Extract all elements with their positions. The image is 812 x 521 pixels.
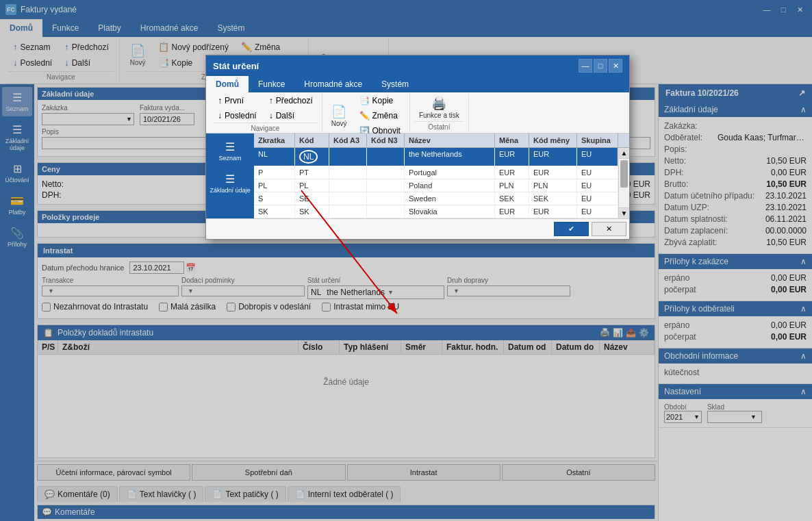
modal-bottom-buttons: ✔ ✕ <box>206 218 629 239</box>
modal-kopie-btn[interactable]: 📑 Kopie <box>355 94 405 107</box>
cell-mena-s: SEK <box>495 192 529 205</box>
modal-seznam-icon: ☰ <box>225 140 235 153</box>
table-row-sk[interactable]: SK SK Slovakia EUR EUR EU <box>254 205 618 218</box>
cell-kod-p: PT <box>295 166 329 179</box>
cell-koda3-nl <box>329 148 367 166</box>
modal-sidebar-seznam[interactable]: ☰ Seznam <box>208 136 252 166</box>
cell-skupina-nl: EU <box>577 148 618 166</box>
scroll-thumb[interactable] <box>620 160 628 188</box>
modal-overlay[interactable]: Stát určení — □ ✕ Domů Funkce Hromadné a… <box>0 0 812 521</box>
modal-close-btn[interactable]: ✕ <box>609 59 622 73</box>
cell-kodmeny-s: SEK <box>529 192 577 205</box>
modal-maximize-btn[interactable]: □ <box>594 59 607 73</box>
modal-scrollbar: ▲ ▼ <box>618 148 629 218</box>
modal-minimize-btn[interactable]: — <box>579 59 592 73</box>
table-row-pl[interactable]: PL PL Poland PLN PLN EU <box>254 179 618 192</box>
cell-kod-s: SE <box>295 192 329 205</box>
table-row-p[interactable]: P PT Portugal EUR EUR EU <box>254 166 618 179</box>
modal-zaznam-buttons: 📄 Nový 📑 Kopie ✏️ Změna 🔄 <box>327 94 405 138</box>
scroll-up-btn[interactable]: ▲ <box>619 148 629 159</box>
cell-mena-pl: PLN <box>495 179 529 192</box>
modal-cancel-btn[interactable]: ✕ <box>592 222 626 236</box>
cell-nazev-sk: Slovakia <box>405 205 495 218</box>
scroll-space <box>618 134 629 147</box>
modal-novy-icon: 📄 <box>331 104 346 119</box>
modal-ribbon-nav-group: ↑ První ↓ Poslední ↑ Předchozí <box>209 94 322 131</box>
modal-prev-icon: ↑ <box>269 96 273 105</box>
modal-ribbon-tabs: Domů Funkce Hromadné akce Systém <box>206 76 629 92</box>
modal-zmena-btn[interactable]: ✏️ Změna <box>355 109 405 123</box>
cell-koda3-s <box>329 192 367 205</box>
cell-koda3-pl <box>329 179 367 192</box>
cell-nazev-s: Sweden <box>405 192 495 205</box>
modal-next-btn[interactable]: ↓ Další <box>264 109 318 123</box>
cell-zkratka-sk: SK <box>254 205 295 218</box>
cell-zkratka-pl: PL <box>254 179 295 192</box>
cell-kodn3-p <box>367 166 405 179</box>
scroll-track <box>619 159 629 207</box>
modal-ribbon-content: ↑ První ↓ Poslední ↑ Předchozí <box>206 92 629 134</box>
cell-kodmeny-nl: EUR <box>529 148 577 166</box>
cell-kodn3-pl <box>367 179 405 192</box>
cell-kodmeny-sk: EUR <box>529 205 577 218</box>
col-header-mena[interactable]: Měna <box>495 134 529 147</box>
modal-tisk-icon: 🖨️ <box>431 96 446 111</box>
modal-ostatni-buttons: 🖨️ Funkce a tisk <box>414 94 464 121</box>
cell-koda3-p <box>329 166 367 179</box>
cell-mena-sk: EUR <box>495 205 529 218</box>
table-row-s[interactable]: S SE Sweden SEK SEK EU <box>254 192 618 205</box>
cell-skupina-pl: EU <box>577 179 618 192</box>
modal-nav-buttons: ↑ První ↓ Poslední ↑ Předchozí <box>213 94 318 123</box>
modal-tab-domu[interactable]: Domů <box>206 76 249 92</box>
cell-mena-p: EUR <box>495 166 529 179</box>
cell-kod-nl: NL <box>295 148 329 166</box>
modal-tab-hromadne-akce[interactable]: Hromadné akce <box>294 76 372 92</box>
modal-tab-funkce[interactable]: Funkce <box>249 76 294 92</box>
modal-sidebar-zakladni[interactable]: ☰ Základní údaje <box>208 168 252 198</box>
modal-table-area: Zkratka Kód Kód A3 Kód N3 Název Měna Kód… <box>254 134 629 218</box>
table-row-nl[interactable]: NL NL the Netherlands EUR EUR EU <box>254 148 618 166</box>
modal-tab-system[interactable]: Systém <box>372 76 418 92</box>
cell-kod-sk: SK <box>295 205 329 218</box>
col-header-kodn3[interactable]: Kód N3 <box>367 134 405 147</box>
modal-ribbon-zaznam-group: 📄 Nový 📑 Kopie ✏️ Změna 🔄 <box>322 94 410 131</box>
modal-first-btn[interactable]: ↑ První <box>213 94 262 107</box>
col-header-skupina[interactable]: Skupina <box>577 134 618 147</box>
cell-kod-pl: PL <box>295 179 329 192</box>
cell-nazev-p: Portugal <box>405 166 495 179</box>
cell-kodmeny-p: EUR <box>529 166 577 179</box>
cell-zkratka-p: P <box>254 166 295 179</box>
modal-funkce-tisk-btn[interactable]: 🖨️ Funkce a tisk <box>414 94 464 121</box>
cell-zkratka-s: S <box>254 192 295 205</box>
modal-title-controls: — □ ✕ <box>579 59 622 73</box>
modal-zakladni-icon: ☰ <box>225 173 235 186</box>
cell-kodn3-sk <box>367 205 405 218</box>
col-header-zkratka[interactable]: Zkratka <box>254 134 295 147</box>
modal-confirm-btn[interactable]: ✔ <box>554 222 589 236</box>
modal-nav-label: Navigace <box>213 123 318 134</box>
cell-kodn3-nl <box>367 148 405 166</box>
modal-ribbon-ostatni-group: 🖨️ Funkce a tisk Ostatní <box>410 94 469 131</box>
cell-kodmeny-pl: PLN <box>529 179 577 192</box>
cell-koda3-sk <box>329 205 367 218</box>
modal-novy-btn[interactable]: 📄 Nový <box>327 102 352 129</box>
modal-table-headers: Zkratka Kód Kód A3 Kód N3 Název Měna Kód… <box>254 134 629 148</box>
col-header-kod[interactable]: Kód <box>295 134 329 147</box>
table-and-scroll: NL NL the Netherlands EUR EUR EU P <box>254 148 629 218</box>
modal-next-icon: ↓ <box>269 111 273 120</box>
cell-skupina-sk: EU <box>577 205 618 218</box>
modal-first-icon: ↑ <box>218 96 222 105</box>
cell-skupina-s: EU <box>577 192 618 205</box>
table-rows: NL NL the Netherlands EUR EUR EU P <box>254 148 618 218</box>
cell-kodn3-s <box>367 192 405 205</box>
modal-prev-btn[interactable]: ↑ Předchozí <box>264 94 318 107</box>
cell-skupina-p: EU <box>577 166 618 179</box>
col-header-nazev[interactable]: Název <box>405 134 495 147</box>
modal-last-btn[interactable]: ↓ Poslední <box>213 109 262 123</box>
scroll-down-btn[interactable]: ▼ <box>619 207 629 218</box>
col-header-kod-meny[interactable]: Kód měny <box>529 134 577 147</box>
modal-zmena-icon: ✏️ <box>359 111 370 120</box>
col-header-koda3[interactable]: Kód A3 <box>329 134 367 147</box>
modal-body: ☰ Seznam ☰ Základní údaje Zkratka Kód Kó… <box>206 134 629 218</box>
cell-zkratka-nl: NL <box>254 148 295 166</box>
